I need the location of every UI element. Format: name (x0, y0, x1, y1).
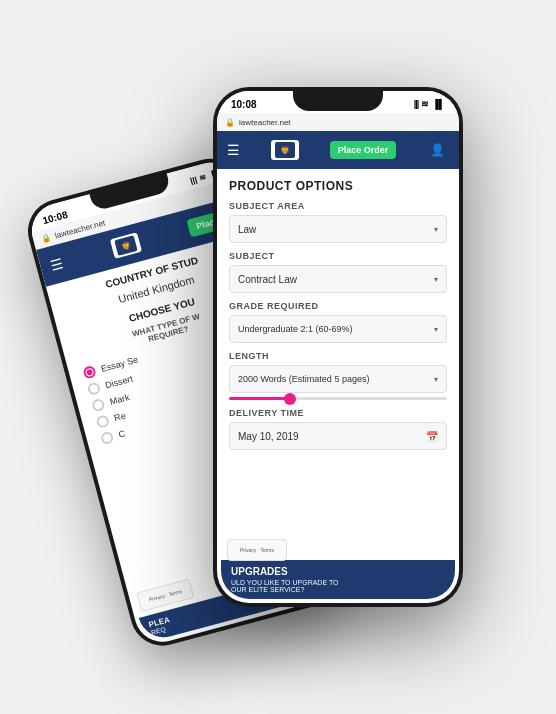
radio-c-icon[interactable] (100, 431, 115, 446)
subject-value: Contract Law (238, 274, 297, 285)
front-battery-icon: ▐▌ (432, 99, 445, 109)
front-url-text: lawteacher.net (239, 118, 291, 127)
front-signal-icon: ||| (414, 99, 419, 109)
subject-label: SUBJECT (229, 251, 447, 261)
subject-area-label: SUBJECT AREA (229, 201, 447, 211)
grade-chevron-icon: ▾ (434, 325, 438, 334)
front-status-icons: ||| ≋ ▐▌ (414, 99, 445, 109)
upgrades-bar: UPGRADES ULD YOU LIKE TO UPGRADE TO OUR … (221, 560, 455, 599)
subject-area-chevron-icon: ▾ (434, 225, 438, 234)
grade-value: Undergraduate 2:1 (60-69%) (238, 324, 353, 334)
front-hamburger-icon[interactable]: ☰ (227, 142, 240, 158)
length-slider-container: 2000 Words (Estimated 5 pages) ▾ (229, 365, 447, 400)
upgrades-sub: OUR ELITE SERVICE? (231, 586, 445, 593)
radio-mark-label: Mark (109, 392, 131, 407)
length-select[interactable]: 2000 Words (Estimated 5 pages) ▾ (229, 365, 447, 393)
delivery-value: May 10, 2019 (238, 431, 299, 442)
back-wifi-icon: ≋ (199, 172, 208, 183)
radio-re-icon[interactable] (95, 414, 110, 429)
delivery-date-field[interactable]: May 10, 2019 📅 (229, 422, 447, 450)
radio-c-label: C (117, 428, 126, 439)
radio-essay-icon[interactable] (82, 365, 97, 380)
subject-area-select[interactable]: Law ▾ (229, 215, 447, 243)
front-phone-screen: 10:08 ||| ≋ ▐▌ 🔒 lawteacher.net ☰ 🦁 Plac… (217, 91, 459, 603)
back-lock-icon: 🔒 (40, 232, 52, 243)
subject-area-value: Law (238, 224, 256, 235)
front-place-order-button[interactable]: Place Order (330, 141, 397, 159)
length-value: 2000 Words (Estimated 5 pages) (238, 374, 369, 384)
length-chevron-icon: ▾ (434, 375, 438, 384)
front-user-icon[interactable]: 👤 (427, 139, 449, 161)
delivery-label: DELIVERY TIME (229, 408, 447, 418)
front-url-bar: 🔒 lawteacher.net (217, 113, 459, 131)
front-lock-icon: 🔒 (225, 118, 235, 127)
back-signal-icon: ||| (189, 175, 198, 185)
grade-select[interactable]: Undergraduate 2:1 (60-69%) ▾ (229, 315, 447, 343)
front-wifi-icon: ≋ (421, 99, 429, 109)
length-slider-track[interactable] (229, 397, 447, 400)
front-nav-bar: ☰ 🦁 Place Order 👤 (217, 131, 459, 169)
radio-mark-icon[interactable] (91, 398, 106, 413)
subject-select[interactable]: Contract Law ▾ (229, 265, 447, 293)
back-hamburger-icon[interactable]: ☰ (49, 255, 66, 274)
upgrades-question: ULD YOU LIKE TO UPGRADE TO (231, 579, 445, 586)
front-status-time: 10:08 (231, 99, 257, 110)
front-logo: 🦁 (271, 140, 299, 160)
grade-label: GRADE REQUIRED (229, 301, 447, 311)
front-phone-notch (293, 87, 383, 111)
calendar-icon[interactable]: 📅 (426, 431, 438, 442)
front-phone: 10:08 ||| ≋ ▐▌ 🔒 lawteacher.net ☰ 🦁 Plac… (213, 87, 463, 607)
radio-dissert-label: Dissert (104, 374, 134, 391)
length-label: LENGTH (229, 351, 447, 361)
back-logo: 🦁 (110, 232, 142, 259)
upgrades-title: UPGRADES (231, 566, 445, 577)
subject-chevron-icon: ▾ (434, 275, 438, 284)
front-page-title: PRODUCT OPTIONS (229, 179, 447, 193)
back-lion-icon: 🦁 (114, 235, 137, 256)
front-recaptcha: Privacy · Terms (227, 539, 287, 561)
radio-re-label: Re (113, 411, 127, 424)
front-lion-icon: 🦁 (275, 142, 295, 158)
front-content: PRODUCT OPTIONS SUBJECT AREA Law ▾ SUBJE… (217, 169, 459, 603)
radio-dissert-icon[interactable] (87, 381, 102, 396)
length-slider-thumb[interactable] (284, 393, 296, 405)
